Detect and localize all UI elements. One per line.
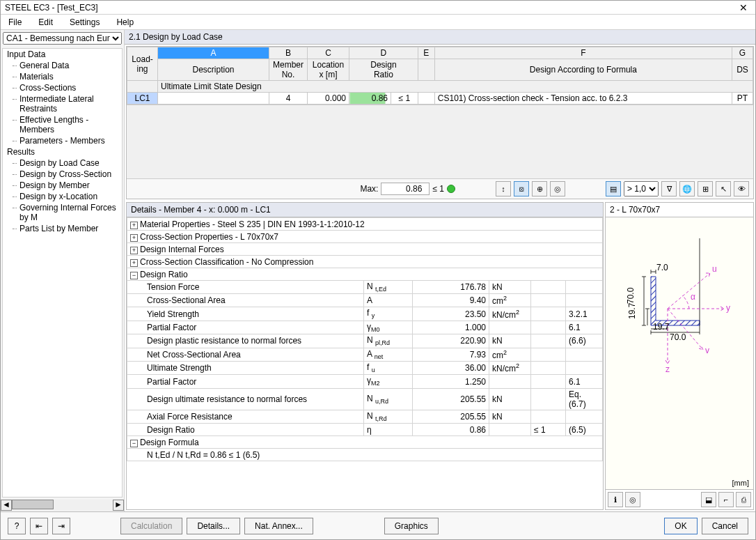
tree-input-data[interactable]: Input Data	[7, 49, 122, 60]
svg-line-17	[668, 309, 703, 350]
tree-item[interactable]: Intermediate Lateral Restraints	[7, 93, 122, 114]
svg-text:19.7: 19.7	[653, 322, 670, 332]
collapse-icon[interactable]: −	[130, 440, 138, 447]
svg-line-16	[668, 273, 710, 309]
detail-row: Yield Strength f y 23.50 kN/cm2 3.2.1	[127, 307, 603, 321]
menu-help[interactable]: Help	[112, 16, 138, 29]
detail-row: Design Ratio η 0.86 ≤ 1 (6.5)	[127, 424, 603, 436]
scale-combo[interactable]: > 1,0	[624, 181, 659, 196]
unit-label: [mm]	[732, 479, 749, 487]
menu-edit[interactable]: Edit	[34, 16, 57, 29]
tool-btn-1[interactable]: ↕	[496, 181, 511, 196]
svg-text:α: α	[691, 292, 695, 302]
tool-btn-select[interactable]: ↖	[716, 181, 731, 196]
result-row[interactable]: LC1 4 0.000 0.86 ≤ 1 CS101) Cross-sectio…	[127, 93, 753, 105]
cross-section-svg: 70.0 70.0 7.0 19.7 19.7 u y v z α	[613, 238, 748, 412]
detail-row: Axial Force Resistance N t,Rd 205.55 kN	[127, 410, 603, 423]
details-header: Details - Member 4 - x: 0.000 m - LC1	[127, 203, 603, 217]
expand-icon[interactable]: +	[130, 234, 138, 242]
tool-btn-eye[interactable]: 👁	[734, 181, 749, 196]
tree-item[interactable]: Design by Cross-Section	[7, 169, 122, 180]
tree-item[interactable]: Governing Internal Forces by M	[7, 202, 122, 223]
tool-btn-3[interactable]: ⊕	[532, 181, 547, 196]
max-value: 0.86	[381, 183, 430, 195]
tree-item[interactable]: Cross-Sections	[7, 82, 122, 93]
help-icon[interactable]: ?	[8, 518, 26, 534]
grid-toolbar: Max: 0.86 ≤ 1 ↕ ⦻ ⊕ ◎ ▤ > 1,0 ∇ 🌐 ⊞ ↖ 👁	[127, 178, 753, 199]
collapse-icon[interactable]: −	[130, 272, 138, 279]
th-loading: Load- ing	[127, 47, 158, 81]
tree-item[interactable]: Effective Lengths - Members	[7, 114, 122, 135]
tree-item[interactable]: Design by Member	[7, 180, 122, 191]
tree-item[interactable]: Design by Load Case	[7, 157, 122, 169]
expand-icon[interactable]: +	[130, 247, 138, 254]
ok-button[interactable]: OK	[664, 518, 697, 534]
tree-item[interactable]: Parts List by Member	[7, 223, 122, 234]
detail-row: Partial Factor γM0 1.000 6.1	[127, 321, 603, 334]
detail-row: Cross-Sectional Area A 9.40 cm2	[127, 294, 603, 307]
next-icon[interactable]: ⇥	[52, 518, 70, 534]
details-button[interactable]: Details...	[187, 518, 240, 534]
content-header: 2.1 Design by Load Case	[125, 30, 755, 45]
detail-row: Design plastic resistance to normal forc…	[127, 334, 603, 348]
cancel-button[interactable]: Cancel	[702, 518, 748, 534]
section-drawing[interactable]: 70.0 70.0 7.0 19.7 19.7 u y v z α [mm]	[606, 217, 753, 489]
result-grid[interactable]: Load- ing A B C D E F G Description Memb…	[127, 47, 753, 105]
detail-row: Net Cross-Sectional Area A net 7.93 cm2	[127, 348, 603, 361]
svg-text:19.7: 19.7	[627, 302, 637, 319]
svg-text:70.0: 70.0	[670, 332, 686, 342]
case-combo[interactable]: CA1 - Bemessung nach Eurocode	[3, 32, 122, 45]
axes-icon[interactable]: ⌐	[718, 492, 734, 507]
graphics-button[interactable]: Graphics	[384, 518, 439, 534]
tree-item[interactable]: Materials	[7, 71, 122, 82]
nav-tree[interactable]: Input Data General Data Materials Cross-…	[2, 48, 123, 497]
detail-row: Tension Force N t,Ed 176.78 kN	[127, 281, 603, 294]
expand-icon[interactable]: +	[130, 259, 138, 267]
tree-item[interactable]: General Data	[7, 60, 122, 71]
tool-btn-filter[interactable]: ∇	[661, 181, 677, 196]
svg-text:v: v	[705, 346, 709, 355]
bottom-bar: ? ⇤ ⇥ Calculation Details... Nat. Annex.…	[1, 511, 755, 539]
section-title: 2 - L 70x70x7	[606, 203, 753, 217]
scroll-right-icon[interactable]: ►	[113, 500, 124, 511]
window-title: STEEL EC3 - [Test_EC3]	[5, 3, 736, 13]
max-label: Max:	[360, 184, 378, 194]
svg-text:z: z	[666, 364, 670, 374]
view-icon[interactable]: ⬓	[701, 492, 716, 507]
details-table[interactable]: +Material Properties - Steel S 235 | DIN…	[127, 217, 603, 461]
print-icon[interactable]: ⎙	[736, 492, 751, 507]
svg-text:y: y	[726, 303, 730, 313]
section-panel: 2 - L 70x70x7	[605, 202, 754, 510]
status-ok-icon	[447, 185, 455, 193]
section-row: Ultimate Limit State Design	[158, 81, 753, 93]
svg-text:7.0: 7.0	[656, 263, 668, 272]
detail-row: Design ultimate resistance to normal for…	[127, 388, 603, 410]
nat-annex-button[interactable]: Nat. Annex...	[244, 518, 313, 534]
expand-icon[interactable]: +	[130, 222, 138, 229]
calculation-button[interactable]: Calculation	[120, 518, 182, 534]
svg-text:70.0: 70.0	[626, 287, 636, 304]
tool-btn-2[interactable]: ⦻	[514, 181, 529, 196]
detail-row: Ultimate Strength f u 36.00 kN/cm2	[127, 361, 603, 374]
tool-btn-excel[interactable]: ⊞	[698, 181, 713, 196]
menu-bar: File Edit Settings Help	[1, 15, 755, 30]
info-icon[interactable]: ℹ	[608, 492, 623, 507]
menu-file[interactable]: File	[4, 16, 26, 29]
scroll-left-icon[interactable]: ◄	[1, 500, 12, 511]
title-bar: STEEL EC3 - [Test_EC3] ✕	[1, 1, 755, 15]
close-icon[interactable]: ✕	[736, 2, 751, 13]
detail-row: Partial Factor γM2 1.250 6.1	[127, 375, 603, 388]
props-icon[interactable]: ◎	[625, 492, 640, 507]
prev-icon[interactable]: ⇤	[30, 518, 48, 534]
tool-btn-color[interactable]: ▤	[606, 181, 621, 196]
sidebar-scrollbar[interactable]: ◄ ►	[1, 499, 124, 511]
tree-item[interactable]: Parameters - Members	[7, 135, 122, 146]
sidebar: CA1 - Bemessung nach Eurocode Input Data…	[1, 30, 125, 511]
tool-btn-globe[interactable]: 🌐	[679, 181, 695, 196]
tool-btn-4[interactable]: ◎	[550, 181, 565, 196]
svg-text:u: u	[712, 264, 717, 274]
tree-item[interactable]: Design by x-Location	[7, 191, 122, 202]
menu-settings[interactable]: Settings	[65, 16, 104, 29]
tree-results[interactable]: Results	[7, 146, 122, 157]
